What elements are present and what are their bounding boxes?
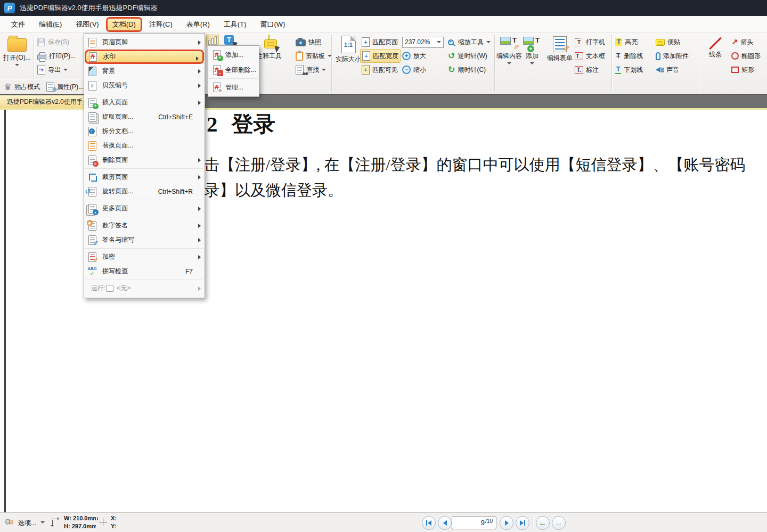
crown-icon: ♛: [4, 83, 12, 92]
replace-pages-icon: [87, 141, 97, 151]
menu-item-background[interactable]: 背景: [84, 64, 205, 78]
previous-page-button[interactable]: [438, 516, 452, 530]
menu-item-crop-pages[interactable]: 裁剪页面: [84, 170, 205, 184]
text-select-tool-icon[interactable]: T: [224, 35, 234, 45]
export-button[interactable]: ➔ 导出: [36, 63, 77, 77]
page-number-input[interactable]: 9 /10: [452, 516, 496, 529]
menu-item-bates-numbering[interactable]: # 贝茨编号: [84, 78, 205, 93]
menu-comment[interactable]: 注释(C): [142, 17, 179, 32]
fit-visible-button[interactable]: + 匹配可见: [360, 63, 401, 77]
chart-tool-icon[interactable]: [206, 35, 219, 46]
menu-item-more-pages[interactable]: 更多页面: [84, 201, 205, 216]
total-pages: /10: [485, 518, 493, 524]
run-checkbox: [107, 285, 113, 292]
zoom-in-button[interactable]: + 放大: [401, 49, 445, 63]
find-dropdown-arrow-icon: [322, 69, 326, 71]
highlight-icon: T: [615, 38, 622, 46]
menu-document[interactable]: 文档(D): [106, 17, 142, 32]
window-title: 迅捷PDF编辑器v2.0使用手册迅捷PDF编辑器: [20, 3, 158, 13]
rectangle-button[interactable]: 矩形: [730, 63, 762, 77]
menu-item-encrypt[interactable]: ✎ 加密: [84, 250, 205, 264]
menu-item-split-document[interactable]: 拆分文档...: [84, 124, 205, 138]
title-bar: P 迅捷PDF编辑器v2.0使用手册迅捷PDF编辑器: [0, 0, 767, 16]
fit-width-button[interactable]: + 匹配宽度: [360, 49, 401, 63]
active-document-tab[interactable]: 迅捷PDF编辑器v2.0使用手册: [0, 95, 97, 109]
menu-item-extract-pages[interactable]: 提取页面... Ctrl+Shift+E: [84, 110, 205, 124]
properties-button[interactable]: ⚙ 属性(P)...: [45, 80, 85, 94]
submenu-item-remove-all-watermarks[interactable]: 卉 全部删除...: [208, 62, 259, 77]
cursor-coordinates: X: Y:: [111, 514, 117, 530]
clipboard-icon: [296, 52, 303, 61]
menu-item-replace-pages[interactable]: 替换页面...: [84, 138, 205, 153]
submenu-item-add-watermark[interactable]: 卉 添加...: [208, 47, 259, 62]
submenu-item-manage-watermarks[interactable]: 卉 管理...: [208, 80, 259, 95]
next-page-button[interactable]: [500, 516, 513, 530]
save-label: 保存(S): [48, 38, 69, 47]
underline-button[interactable]: T 下划线: [614, 63, 644, 77]
callout-button[interactable]: T. 标注: [573, 63, 607, 77]
sign-initials-icon: ✎: [87, 235, 97, 245]
add-dropdown-arrow-icon: [530, 62, 534, 64]
callout-label: 标注: [586, 66, 599, 75]
history-back-button[interactable]: ←: [536, 516, 550, 530]
options-gears-icon: ⚙⚙: [4, 517, 14, 527]
edit-form-button[interactable]: ✎ 编辑表单: [543, 36, 576, 63]
ellipse-button[interactable]: 椭圆形: [730, 49, 762, 63]
highlight-button[interactable]: T 高亮: [614, 35, 644, 49]
menu-tools[interactable]: 工具(T): [217, 17, 254, 32]
sound-button[interactable]: ))) 声音: [654, 63, 690, 77]
more-pages-icon: [87, 203, 97, 214]
first-page-button[interactable]: [422, 516, 436, 530]
menu-view[interactable]: 视图(V): [69, 17, 105, 32]
line-button[interactable]: 线条: [702, 35, 729, 59]
page-height: H: 297.0mm: [64, 522, 98, 530]
fit-page-button[interactable]: + 匹配页面: [360, 35, 401, 49]
strikeout-button[interactable]: T 删除线: [614, 49, 644, 63]
typewriter-button[interactable]: T 打字机: [573, 35, 607, 49]
zoom-tool-button[interactable]: 缩放工具: [446, 35, 492, 49]
menu-separator: [85, 200, 203, 200]
textbox-button[interactable]: T_ 文本框: [573, 49, 607, 63]
menu-item-delete-pages[interactable]: 删除页面: [84, 153, 205, 167]
open-folder-icon: [7, 38, 27, 52]
menu-item-spell-check[interactable]: ABC✓ 拼写检查 F7: [84, 264, 205, 279]
save-icon: [37, 38, 45, 46]
options-button[interactable]: 选项...: [18, 519, 36, 528]
menu-item-watermark[interactable]: 卉 水印: [85, 50, 204, 64]
find-button[interactable]: 查找: [294, 63, 333, 77]
menu-item-run[interactable]: 运行: <无>: [84, 281, 205, 296]
zoom-out-button[interactable]: − 缩小: [401, 63, 445, 77]
menu-form[interactable]: 表单(R): [179, 17, 217, 32]
menu-item-sign-initials[interactable]: ✎ 签名与缩写: [84, 233, 205, 247]
export-icon: ➔: [37, 65, 45, 75]
print-button[interactable]: 打印(P)...: [36, 49, 77, 63]
rotate-cw-button[interactable]: ↻ 顺时针(C): [446, 63, 492, 77]
menu-file[interactable]: 文件: [4, 17, 32, 32]
actual-size-button[interactable]: 1:1 实际大小: [333, 36, 363, 64]
attachment-button[interactable]: 添加附件: [654, 49, 690, 63]
menu-item-insert-pages[interactable]: 插入页面: [84, 95, 205, 110]
last-page-button[interactable]: [516, 516, 529, 530]
zoom-level-combobox[interactable]: 237.02%: [402, 37, 444, 48]
paperclip-icon: [656, 52, 660, 60]
edit-content-button[interactable]: T✎ 编辑内容: [494, 36, 524, 64]
add-button[interactable]: T+ 添加: [521, 36, 543, 64]
menu-item-header-footer[interactable]: 页眉页脚: [84, 35, 205, 50]
open-label: 打开(O)...: [3, 53, 30, 62]
arrow-button[interactable]: ↗ 箭头: [730, 35, 762, 49]
history-forward-button[interactable]: →: [552, 516, 566, 530]
rotate-ccw-button[interactable]: ↺ 逆时针(W): [446, 49, 492, 63]
exclusive-mode-button[interactable]: ♛ 独占模式: [2, 80, 42, 94]
save-button[interactable]: 保存(S): [36, 35, 77, 49]
sticky-note-button[interactable]: 便贴: [654, 35, 690, 49]
snapshot-button[interactable]: 快照: [294, 35, 333, 49]
clipboard-button[interactable]: 剪贴板: [294, 49, 333, 63]
menu-window[interactable]: 窗口(W): [253, 17, 292, 32]
menu-item-rotate-pages[interactable]: ↺ 旋转页面... Ctrl+Shift+R: [84, 184, 205, 199]
open-button[interactable]: 打开(O)...: [2, 35, 32, 66]
spell-check-icon: ABC✓: [87, 266, 97, 277]
menu-edit[interactable]: 编辑(E): [32, 17, 69, 32]
sticky-note-label: 便贴: [667, 38, 680, 47]
arrow-icon: ↗: [731, 37, 738, 47]
menu-item-digital-signature[interactable]: 数字签名: [84, 218, 205, 233]
